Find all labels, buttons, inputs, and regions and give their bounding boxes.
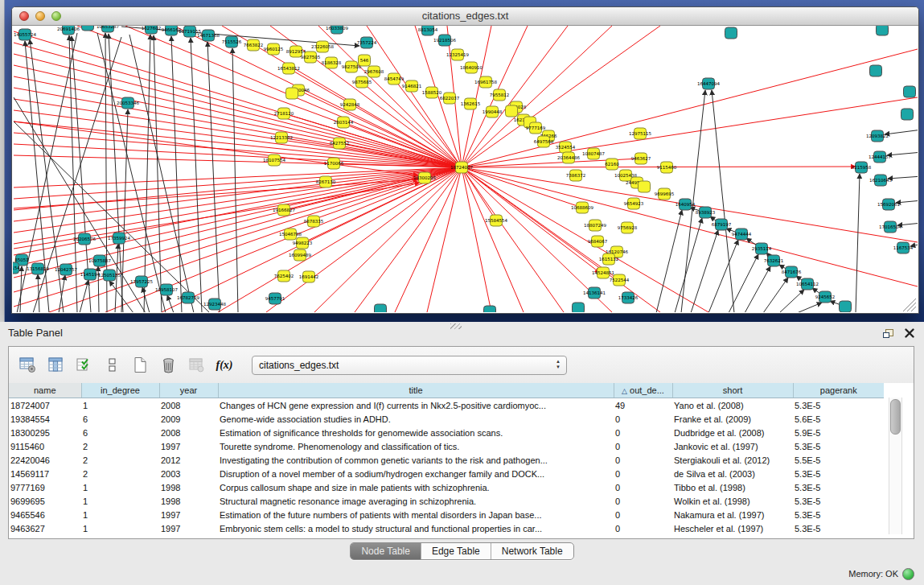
table-row[interactable]: 2242004622012Investigating the contribut… — [9, 453, 884, 467]
graph-node[interactable]: 19218506 — [433, 35, 456, 46]
graph-node[interactable]: 8215958 — [852, 162, 872, 173]
graph-node[interactable]: 7515526 — [222, 36, 242, 47]
graph-node[interactable]: 8454749 — [384, 73, 405, 84]
graph-node[interactable] — [375, 304, 387, 312]
function-builder-icon[interactable]: f(x) — [214, 355, 235, 376]
graph-node[interactable]: 17957225 — [130, 276, 153, 287]
graph-node[interactable] — [639, 181, 651, 192]
table-row[interactable]: 946362711997Embryonic stem cells: a mode… — [9, 521, 884, 535]
graph-node[interactable] — [840, 301, 852, 312]
graph-node[interactable]: 9699695 — [655, 188, 675, 200]
column-header-pagerank[interactable]: pagerank — [793, 383, 884, 398]
graph-node[interactable]: 2935114 — [752, 243, 772, 254]
graph-node[interactable]: 10653287 — [97, 26, 119, 32]
graph-node[interactable]: 18640910 — [460, 62, 483, 73]
graph-node[interactable] — [506, 105, 518, 117]
tab-edge-table[interactable]: Edge Table — [421, 543, 491, 559]
graph-node[interactable]: 12093822 — [866, 130, 889, 142]
network-graph[interactable]: 1405572420691406106532871527602946616010… — [13, 26, 918, 312]
graph-node[interactable]: 18107554 — [263, 154, 285, 166]
graph-node[interactable]: 15584554 — [485, 215, 507, 226]
graph-node[interactable]: 3524554 — [556, 142, 576, 153]
table-select-dropdown[interactable]: citations_edges.txt ▲▼ — [252, 356, 567, 375]
zoom-button[interactable] — [51, 11, 61, 21]
column-header-out_de[interactable]: △ out_de... — [614, 383, 672, 398]
column-header-year[interactable]: year — [159, 383, 218, 398]
graph-node[interactable] — [904, 86, 916, 97]
graph-node[interactable]: 7955812 — [490, 89, 510, 101]
graph-node[interactable] — [877, 26, 889, 35]
column-header-title[interactable]: title — [218, 383, 614, 398]
graph-node[interactable] — [573, 303, 585, 312]
graph-node[interactable]: 9457791 — [265, 293, 285, 304]
graph-node[interactable]: 7386372 — [566, 170, 586, 181]
graph-node[interactable]: 15692061 — [877, 199, 900, 210]
delete-table-icon[interactable] — [158, 355, 179, 376]
window-titlebar[interactable]: citations_edges.txt — [12, 7, 918, 26]
graph-node[interactable]: 9115460 — [657, 162, 677, 173]
close-button[interactable] — [19, 11, 29, 21]
table-row[interactable]: 946554611997Estimation of the future num… — [9, 508, 884, 521]
import-table-icon[interactable] — [186, 355, 207, 376]
graph-node[interactable]: 16782759 — [177, 292, 199, 303]
graph-node[interactable]: 62160 — [605, 159, 619, 170]
graph-node[interactable]: 10975887 — [88, 255, 111, 266]
scrollbar-thumb[interactable] — [890, 399, 901, 435]
graph-node[interactable] — [82, 26, 94, 31]
graph-node[interactable]: 10654112 — [796, 278, 819, 290]
graph-node[interactable]: 7625402 — [274, 270, 294, 282]
graph-node[interactable]: 16210643 — [869, 175, 892, 186]
graph-node[interactable]: 9242848 — [340, 99, 360, 110]
graph-node[interactable]: 10807487 — [582, 148, 605, 159]
graph-node[interactable] — [484, 306, 496, 312]
table-scrollbar[interactable] — [889, 398, 902, 534]
graph-node[interactable]: 16543812 — [277, 63, 300, 74]
graph-node[interactable]: 9654923 — [624, 198, 644, 209]
graph-node[interactable]: 12042757 — [55, 264, 77, 275]
graph-node[interactable]: 546 — [359, 55, 371, 66]
graph-node[interactable]: 12923448 — [203, 299, 226, 310]
graph-node[interactable]: 1362615 — [461, 98, 481, 109]
graph-node[interactable]: 17359924 — [108, 233, 130, 244]
graph-node[interactable]: 9474444 — [732, 229, 752, 240]
graph-node[interactable]: 7522544 — [610, 274, 630, 286]
graph-node[interactable]: 7663822 — [244, 39, 264, 51]
graph-node[interactable]: 2967608 — [364, 66, 384, 77]
graph-node[interactable]: 10688609 — [571, 202, 593, 213]
graph-node[interactable]: 9756928 — [618, 222, 638, 233]
graph-node[interactable]: 6879197 — [712, 219, 732, 230]
graph-node[interactable]: 1145194 — [80, 269, 101, 280]
panel-divider-grip[interactable] — [450, 323, 462, 329]
graph-node[interactable]: 7632621 — [764, 255, 784, 266]
graph-node[interactable] — [286, 88, 298, 99]
column-header-name[interactable]: name — [9, 383, 81, 398]
tab-node-table[interactable]: Node Table — [351, 543, 421, 559]
graph-node[interactable]: 8878335 — [304, 216, 324, 227]
graph-node[interactable]: 1691442 — [299, 271, 319, 282]
graph-node[interactable]: 2718120 — [274, 108, 294, 119]
new-table-icon[interactable] — [129, 355, 150, 376]
minimize-button[interactable] — [35, 11, 45, 21]
graph-node[interactable]: 7357224 — [357, 37, 377, 48]
graph-node[interactable]: 17016504 — [879, 221, 901, 233]
graph-node[interactable]: 20691406 — [57, 26, 80, 35]
graph-node[interactable] — [725, 27, 737, 39]
graph-node[interactable]: 1167534 — [893, 242, 914, 253]
graph-node[interactable]: 12444157 — [869, 151, 891, 163]
column-select-icon[interactable] — [45, 355, 66, 376]
graph-node[interactable] — [901, 109, 914, 120]
graph-node[interactable]: 9960125 — [264, 43, 284, 55]
graph-node[interactable]: 1170066 — [324, 158, 344, 169]
table-row[interactable]: 977716911998Corpus callosum shape and si… — [9, 480, 884, 494]
graph-node[interactable]: 18807249 — [584, 220, 606, 231]
table-row[interactable]: 969969511998Structural magnetic resonanc… — [9, 494, 884, 508]
graph-node[interactable]: 6822037 — [440, 93, 460, 104]
graph-node[interactable]: 9684067 — [588, 236, 608, 247]
row-merge-icon[interactable] — [101, 355, 122, 376]
column-header-in_degree[interactable]: in_degree — [81, 383, 159, 398]
check-rows-icon[interactable] — [73, 355, 94, 376]
graph-node[interactable]: 16961758 — [474, 76, 497, 88]
tab-network-table[interactable]: Network Table — [491, 543, 573, 559]
graph-node[interactable]: 23226058 — [311, 41, 334, 52]
graph-node[interactable] — [870, 65, 882, 76]
